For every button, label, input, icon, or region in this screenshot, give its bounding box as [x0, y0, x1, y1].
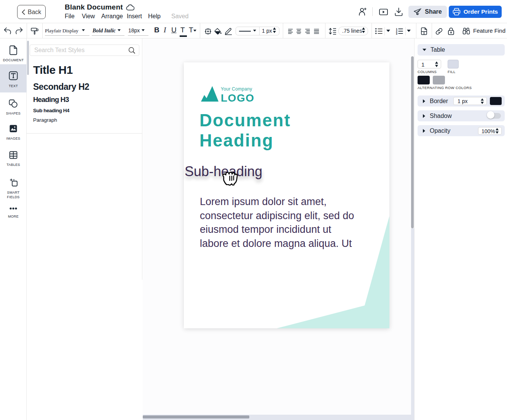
- svg-text:Your Company: Your Company: [221, 86, 252, 92]
- svg-text:LOGO: LOGO: [221, 92, 254, 104]
- svg-text:3: 3: [396, 32, 397, 35]
